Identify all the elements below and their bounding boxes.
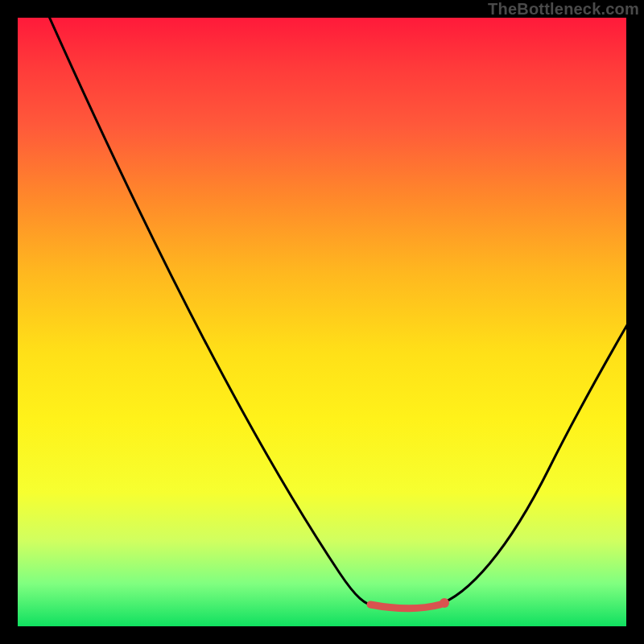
bottleneck-curve-svg (18, 18, 626, 626)
chart-frame: TheBottleneck.com (0, 0, 644, 644)
plot-area (18, 18, 626, 626)
optimal-range-end-dot (440, 598, 449, 608)
curve-left-limb (47, 18, 376, 606)
curve-right-limb (436, 324, 626, 605)
watermark-text: TheBottleneck.com (488, 0, 639, 19)
optimal-range-segment (370, 605, 440, 609)
